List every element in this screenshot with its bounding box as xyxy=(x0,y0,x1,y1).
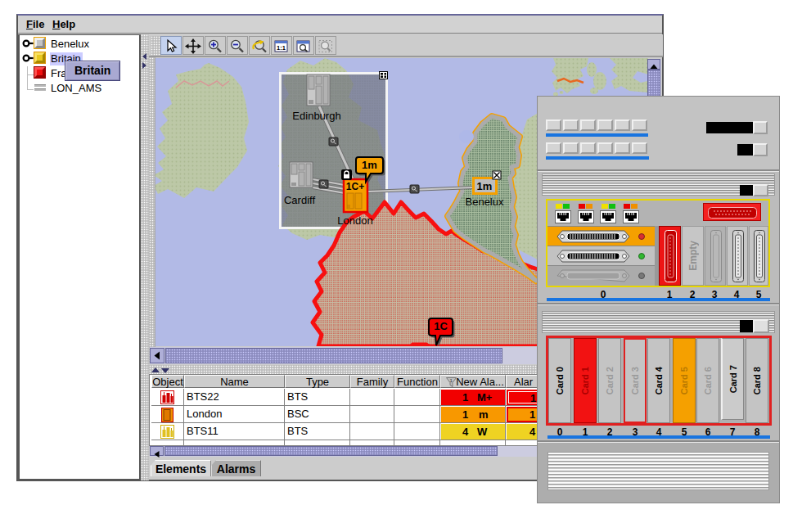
svg-text:London: London xyxy=(337,214,372,227)
svg-text:1C+: 1C+ xyxy=(346,181,364,192)
svg-text:1m: 1m xyxy=(477,180,493,192)
svg-text:1m: 1m xyxy=(362,159,377,171)
svg-text:Edinburgh: Edinburgh xyxy=(292,110,340,122)
svg-text:1C: 1C xyxy=(434,320,448,332)
svg-text:1:1: 1:1 xyxy=(277,44,286,52)
svg-text:Benelux: Benelux xyxy=(466,196,504,208)
svg-text:Cardiff: Cardiff xyxy=(284,194,315,206)
